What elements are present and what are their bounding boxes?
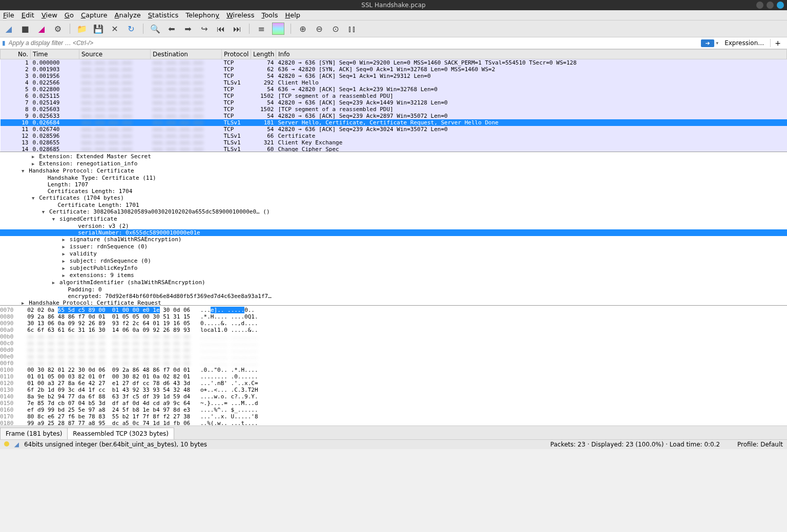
detail-line[interactable]: ▼ signedCertificate bbox=[0, 216, 787, 223]
hex-pane[interactable]: 0070 02 02 0a 65 5d c5 89 00 01 00 00 e0… bbox=[0, 306, 787, 425]
options-icon[interactable]: ⚙ bbox=[52, 23, 64, 34]
menu-telephony[interactable]: Telephony bbox=[185, 11, 219, 19]
colorize-icon[interactable] bbox=[272, 23, 284, 35]
menu-wireless[interactable]: Wireless bbox=[226, 11, 254, 19]
detail-line[interactable]: Length: 1707 bbox=[0, 181, 787, 188]
detail-line[interactable]: ▶ issuer: rdnSequence (0) bbox=[0, 243, 787, 250]
detail-line[interactable]: serialNumber: 0x655dc58900010000e01e bbox=[0, 229, 787, 236]
packet-row[interactable]: 40.022566xxx.xxx.xxx.xxxxxx.xxx.xxx.xxxT… bbox=[1, 79, 787, 86]
packet-row[interactable]: 20.001903xxx.xxx.xxx.xxxxxx.xxx.xxx.xxxT… bbox=[1, 66, 787, 73]
col-source[interactable]: Source bbox=[79, 50, 151, 59]
zoom-out-icon[interactable]: ⊖ bbox=[314, 23, 325, 34]
menu-view[interactable]: View bbox=[42, 11, 57, 19]
prev-icon[interactable]: ⬅ bbox=[166, 23, 177, 34]
wireshark-icon[interactable]: ◢ bbox=[14, 441, 19, 448]
detail-line[interactable]: encrypted: 70d92ef84bf60f0b6e84d80fb5f36… bbox=[0, 293, 787, 300]
save-icon[interactable]: 💾 bbox=[93, 23, 104, 34]
detail-line[interactable]: ▼ Certificates (1704 bytes) bbox=[0, 195, 787, 202]
first-icon[interactable]: ⏮ bbox=[215, 23, 226, 34]
hex-line[interactable]: 00b0 xx xx xx xx xx xx xx xx xx xx xx xx… bbox=[0, 333, 787, 340]
minimize-icon[interactable] bbox=[756, 2, 763, 9]
hex-line[interactable]: 00f0 xx xx xx xx xx xx xx xx xx xx xx xx… bbox=[0, 360, 787, 367]
menu-go[interactable]: Go bbox=[65, 11, 74, 19]
close-file-icon[interactable]: ✕ bbox=[109, 23, 120, 34]
hex-line[interactable]: 0080 09 2a 86 48 86 f7 0d 01 01 05 05 00… bbox=[0, 313, 787, 320]
hex-line[interactable]: 00e0 xx xx xx xx xx xx xx xx xx xx xx xx… bbox=[0, 353, 787, 360]
last-icon[interactable]: ⏭ bbox=[232, 23, 243, 34]
open-icon[interactable]: 📁 bbox=[76, 23, 88, 34]
zoom-in-icon[interactable]: ⊕ bbox=[297, 23, 308, 34]
hex-line[interactable]: 00d0 xx xx xx xx xx xx xx xx xx xx xx xx… bbox=[0, 347, 787, 353]
detail-line[interactable]: version: v3 (2) bbox=[0, 223, 787, 229]
col-info[interactable]: Info bbox=[276, 50, 787, 59]
menu-help[interactable]: Help bbox=[285, 11, 300, 19]
menu-file[interactable]: File bbox=[3, 11, 14, 19]
hex-line[interactable]: 0160 ef d9 99 bd 25 5e 97 a8 24 5f b8 1e… bbox=[0, 407, 787, 413]
display-filter-input[interactable] bbox=[8, 38, 699, 48]
detail-line[interactable]: ▶ signature (sha1WithRSAEncryption) bbox=[0, 236, 787, 243]
col-length[interactable]: Length bbox=[251, 50, 276, 59]
packet-row[interactable]: 50.022800xxx.xxx.xxx.xxxxxx.xxx.xxx.xxxT… bbox=[1, 86, 787, 93]
find-icon[interactable]: 🔍 bbox=[150, 23, 161, 34]
packet-row[interactable]: 70.025149xxx.xxx.xxx.xxxxxx.xxx.xxx.xxxT… bbox=[1, 99, 787, 106]
col-destination[interactable]: Destination bbox=[151, 50, 222, 59]
restart-icon[interactable]: ◢ bbox=[36, 23, 47, 34]
packet-row[interactable]: 130.028655xxx.xxx.xxx.xxxxxx.xxx.xxx.xxx… bbox=[1, 139, 787, 146]
detail-line[interactable]: ▶ Extension: renegotiation_info bbox=[0, 160, 787, 167]
col-time[interactable]: Time bbox=[31, 50, 79, 59]
jump-icon[interactable]: ↪ bbox=[199, 23, 210, 34]
packet-row[interactable]: 60.025115xxx.xxx.xxx.xxxxxx.xxx.xxx.xxxT… bbox=[1, 93, 787, 99]
detail-line[interactable]: ▶ algorithmIdentifier (sha1WithRSAEncryp… bbox=[0, 279, 787, 286]
detail-line[interactable]: Certificates Length: 1704 bbox=[0, 188, 787, 195]
hex-line[interactable]: 0130 6f 2b 1d 09 3c d4 1f cc b1 43 92 33… bbox=[0, 387, 787, 393]
detail-line[interactable]: ▶ validity bbox=[0, 250, 787, 258]
detail-line[interactable]: ▶ Extension: Extended Master Secret bbox=[0, 153, 787, 160]
detail-line[interactable]: ▼ Certificate: 308206a130820589a00302010… bbox=[0, 208, 787, 216]
menu-statistics[interactable]: Statistics bbox=[148, 11, 178, 19]
menu-tools[interactable]: Tools bbox=[261, 11, 278, 19]
hex-line[interactable]: 0120 01 00 a3 27 8a 6e 42 27 e1 27 df cc… bbox=[0, 380, 787, 387]
maximize-icon[interactable] bbox=[767, 2, 774, 9]
hex-line[interactable]: 0170 80 8c e6 27 f6 be 78 83 55 b2 1f 7f… bbox=[0, 413, 787, 420]
filter-apply-button[interactable]: ➔ bbox=[701, 39, 714, 47]
packet-row[interactable]: 10.000000xxx.xxx.xxx.xxxxxx.xxx.xxx.xxxT… bbox=[1, 59, 787, 67]
hex-line[interactable]: 0110 01 01 05 00 03 82 01 0f 00 30 82 01… bbox=[0, 373, 787, 380]
add-filter-button[interactable]: + bbox=[770, 39, 785, 47]
packet-details[interactable]: ▶ Extension: Extended Master Secret ▶ Ex… bbox=[0, 152, 787, 306]
hex-line[interactable]: 00a0 6c 6f 63 61 6c 31 16 30 14 06 0a 09… bbox=[0, 327, 787, 333]
next-icon[interactable]: ➡ bbox=[182, 23, 194, 34]
packet-row[interactable]: 80.025603xxx.xxx.xxx.xxxxxx.xxx.xxx.xxxT… bbox=[1, 106, 787, 113]
expression-button[interactable]: Expression… bbox=[720, 39, 768, 47]
detail-line[interactable]: ▼ Handshake Protocol: Certificate bbox=[0, 167, 787, 175]
packet-list[interactable]: No. Time Source Destination Protocol Len… bbox=[0, 49, 787, 152]
detail-line[interactable]: ▶ Handshake Protocol: Certificate Reques… bbox=[0, 300, 787, 306]
tab-frame[interactable]: Frame (181 bytes) bbox=[0, 428, 68, 439]
detail-line[interactable]: ▶ subjectPublicKeyInfo bbox=[0, 265, 787, 272]
stop-icon[interactable]: ■ bbox=[19, 23, 31, 34]
detail-line[interactable]: Padding: 0 bbox=[0, 286, 787, 293]
packet-row[interactable]: 140.028685xxx.xxx.xxx.xxxxxx.xxx.xxx.xxx… bbox=[1, 146, 787, 152]
hex-line[interactable]: 0100 00 30 82 01 22 30 0d 06 09 2a 86 48… bbox=[0, 367, 787, 373]
packet-row[interactable]: 120.028596xxx.xxx.xxx.xxxxxx.xxx.xxx.xxx… bbox=[1, 133, 787, 139]
zoom-reset-icon[interactable]: ⊙ bbox=[330, 23, 341, 34]
resize-cols-icon[interactable]: ⫿⫿ bbox=[346, 23, 358, 34]
hex-line[interactable]: 00c0 xx xx xx xx xx xx xx xx xx xx xx xx… bbox=[0, 340, 787, 347]
menu-edit[interactable]: Edit bbox=[22, 11, 34, 19]
hex-line[interactable]: 0090 30 13 06 0a 09 92 26 89 93 f2 2c 64… bbox=[0, 320, 787, 327]
expert-info-icon[interactable] bbox=[4, 441, 9, 446]
close-icon[interactable] bbox=[777, 2, 784, 9]
reload-icon[interactable]: ↻ bbox=[126, 23, 137, 34]
packet-row[interactable]: 110.026740xxx.xxx.xxx.xxxxxx.xxx.xxx.xxx… bbox=[1, 126, 787, 133]
menu-analyze[interactable]: Analyze bbox=[115, 11, 141, 19]
bookmark-icon[interactable]: ▮ bbox=[2, 39, 6, 47]
packet-row[interactable]: 90.025633xxx.xxx.xxx.xxxxxx.xxx.xxx.xxxT… bbox=[1, 113, 787, 119]
hex-line[interactable]: 0180 99 a9 25 28 87 77 a8 95 dc a5 0c 74… bbox=[0, 420, 787, 425]
detail-line[interactable]: Handshake Type: Certificate (11) bbox=[0, 175, 787, 181]
hex-line[interactable]: 0150 7e 85 7d cb 07 04 b5 3d df af 0d 4d… bbox=[0, 400, 787, 407]
hex-line[interactable]: 0070 02 02 0a 65 5d c5 89 00 01 00 00 e0… bbox=[0, 307, 787, 313]
shark-fin-icon[interactable]: ◢ bbox=[3, 23, 14, 34]
hex-line[interactable]: 0140 8a 9e b2 94 77 da 6f 88 63 3f c5 df… bbox=[0, 393, 787, 400]
detail-line[interactable]: ▶ subject: rdnSequence (0) bbox=[0, 258, 787, 265]
menu-capture[interactable]: Capture bbox=[81, 11, 108, 19]
packet-row[interactable]: 30.001956xxx.xxx.xxx.xxxxxx.xxx.xxx.xxxT… bbox=[1, 73, 787, 79]
